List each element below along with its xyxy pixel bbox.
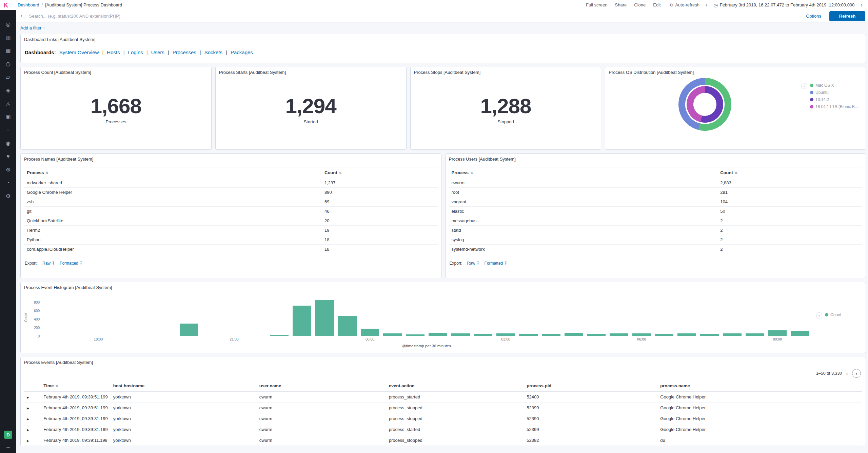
sidebar-item-visualize[interactable]: ▥ (4, 34, 13, 42)
legend-item[interactable]: Mac OS X (810, 83, 858, 88)
sidebar-item-logs[interactable]: ≡ (4, 126, 13, 134)
panel-title: Process Users [Auditbeat System] (449, 157, 863, 162)
os-donut-chart[interactable] (676, 76, 734, 133)
metric-label: Stopped (497, 119, 514, 124)
dashboard-link[interactable]: Hosts (99, 49, 120, 55)
legend-item[interactable]: Ubuntu (810, 90, 858, 95)
metric-label: Started (304, 119, 318, 124)
legend-toggle-icon[interactable]: » (816, 312, 822, 318)
column-header-process[interactable]: Process⇅ (449, 167, 718, 178)
dashboard-action-button[interactable]: Edit (653, 2, 660, 7)
dashboard-link[interactable]: Users (143, 49, 164, 55)
sidebar-expand-icon[interactable]: → (5, 444, 11, 450)
table-row: vagrant104 (449, 197, 863, 207)
event-action-cell: process_started (386, 424, 524, 435)
event-user-cell: cwurm (257, 435, 386, 446)
sidebar-item-discover[interactable]: ◎ (4, 20, 13, 28)
sidebar-item-icon: ▱ (6, 74, 10, 80)
sidebar-item-canvas[interactable]: ▱ (4, 73, 13, 81)
legend-dot (810, 105, 813, 108)
event-name-cell: du (657, 435, 862, 446)
legend-item[interactable]: 10.14.2 (810, 97, 858, 102)
search-input[interactable] (29, 14, 803, 19)
column-header-count[interactable]: Count⇅ (717, 167, 862, 178)
export-raw-link[interactable]: Raw↧ (467, 261, 480, 266)
event-row[interactable]: ▶ February 4th 2019, 09:39:51.199 yorkto… (24, 403, 862, 413)
dashboard-link[interactable]: Packages (222, 49, 253, 55)
export-formatted-link[interactable]: Formatted↧ (60, 261, 83, 266)
dashboard-link[interactable]: Processes (164, 49, 196, 55)
event-row[interactable]: ▶ February 4th 2019, 09:39:11.198 yorkto… (24, 435, 862, 446)
event-action-cell: process_stopped (386, 403, 524, 413)
sidebar-item-uptime[interactable]: ♥ (4, 152, 13, 161)
dashboard-action-button[interactable]: Share (615, 2, 627, 7)
sidebar-item-apm[interactable]: ◉ (4, 139, 13, 147)
download-icon: ↧ (79, 261, 83, 266)
sidebar-item-dashboard[interactable]: ▦ (4, 47, 13, 55)
panel-title: Process Events [Auditbeat System] (24, 360, 862, 365)
refresh-button[interactable]: Refresh (829, 11, 865, 21)
sidebar-item-monitoring[interactable]: ◔ (4, 179, 13, 187)
sidebar-item-timelion[interactable]: ◷ (4, 60, 13, 68)
event-action-cell: process_stopped (386, 435, 524, 446)
column-header-process[interactable]: Process⇅ (24, 167, 322, 178)
event-row[interactable]: ▶ February 4th 2019, 09:39:31.199 yorkto… (24, 424, 862, 435)
column-header-time[interactable]: Time⇅ (41, 380, 110, 392)
sidebar-item-infrastructure[interactable]: ▣ (4, 113, 13, 121)
auto-refresh-button[interactable]: ↻ Auto-refresh (670, 2, 699, 8)
dashboard-link[interactable]: Logins (120, 49, 143, 55)
export-formatted-link[interactable]: Formatted↧ (485, 261, 508, 266)
table-row: cwurm2,883 (449, 178, 863, 188)
query-options-link[interactable]: Options (806, 14, 821, 19)
sidebar-item-icon: ◷ (6, 61, 11, 67)
sidebar-item-maps[interactable]: ◈ (4, 86, 13, 95)
legend-item[interactable]: Count (825, 312, 841, 317)
count-cell: 19 (322, 226, 437, 235)
kibana-logo[interactable]: K (3, 2, 14, 8)
expand-row-icon[interactable]: ▶ (27, 417, 29, 421)
expand-row-icon[interactable]: ▶ (27, 407, 29, 410)
sidebar-item-management[interactable]: ⚙ (4, 192, 13, 200)
dashboard-link[interactable]: Sockets (196, 49, 222, 55)
column-header-action[interactable]: event.action (386, 380, 524, 392)
time-back-button[interactable]: ‹ (704, 2, 710, 8)
sidebar-item-machine-learning[interactable]: ◬ (4, 100, 13, 108)
time-range-picker[interactable]: ◷ February 3rd 2019, 16:22:07.472 to Feb… (714, 2, 855, 8)
event-host-cell: yorktown (111, 424, 257, 435)
table-row: Python18 (24, 235, 438, 245)
pagination-next-button[interactable]: › (852, 369, 861, 378)
sidebar-item-icon: ◎ (6, 21, 11, 27)
dashboard-action-button[interactable]: Clone (634, 2, 646, 7)
event-action-cell: process_stopped (386, 413, 524, 424)
panel-process-names: Process Names [Auditbeat System] Process… (20, 153, 441, 278)
column-header-name[interactable]: process.name (657, 380, 862, 392)
expand-row-icon[interactable]: ▶ (27, 428, 29, 432)
export-raw-link[interactable]: Raw↧ (42, 261, 55, 266)
column-header-host[interactable]: host.hostname (111, 380, 257, 392)
column-header-pid[interactable]: process.pid (524, 380, 657, 392)
event-time-cell: February 4th 2019, 09:39:31.199 (41, 424, 110, 435)
expand-row-icon[interactable]: ▶ (27, 396, 29, 399)
event-row[interactable]: ▶ February 4th 2019, 09:39:51.199 yorkto… (24, 392, 862, 403)
pagination-prev-button[interactable]: ‹ (846, 371, 848, 376)
count-cell: 2,883 (717, 178, 862, 188)
event-user-cell: cwurm (257, 403, 386, 413)
column-header-count[interactable]: Count⇅ (322, 167, 437, 178)
expand-row-icon[interactable]: ▶ (27, 439, 29, 442)
dashboard-actions: Full screenShareCloneEdit (586, 2, 661, 7)
dashboard-action-button[interactable]: Full screen (586, 2, 608, 7)
space-badge[interactable]: D (4, 431, 12, 439)
time-forward-button[interactable]: › (859, 2, 865, 8)
legend-item[interactable]: 18.04.1 LTS (Bionic B... (810, 104, 858, 109)
sidebar-item-icon: ♥ (6, 153, 10, 159)
breadcrumb-dashboard-link[interactable]: Dashboard (18, 2, 39, 7)
count-cell: 2 (717, 235, 862, 245)
table-row: systemd-network2 (449, 245, 863, 254)
legend-toggle-icon[interactable]: » (801, 83, 807, 89)
column-header-user[interactable]: user.name (257, 380, 386, 392)
sidebar-item-dev-tools[interactable]: ⊛ (4, 166, 13, 174)
histogram-bars[interactable] (42, 299, 811, 336)
add-filter-link[interactable]: Add a filter + (20, 25, 45, 30)
event-row[interactable]: ▶ February 4th 2019, 09:39:31.199 yorkto… (24, 413, 862, 424)
dashboard-link[interactable]: System Overview (59, 49, 99, 55)
